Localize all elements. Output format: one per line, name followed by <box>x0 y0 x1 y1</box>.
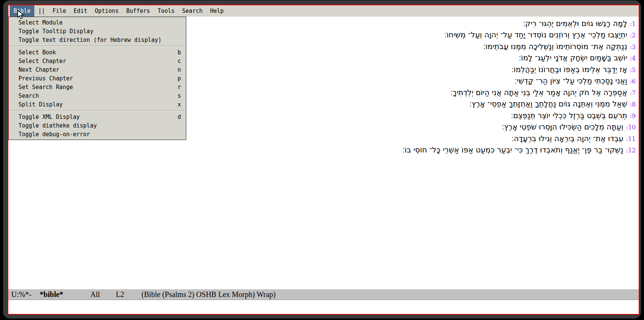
shortcut-key: d <box>178 114 181 120</box>
menu-item-set-search-range[interactable]: Set Search Range r <box>9 83 186 91</box>
menu-item-search[interactable]: Search s <box>9 91 186 100</box>
menu-item-toggle-debug-on-error[interactable]: Toggle debug-on-error <box>9 130 186 138</box>
menu-item-toggle-diatheke-display[interactable]: Toggle diatheke display <box>9 121 186 130</box>
shortcut-key: b <box>178 49 181 56</box>
menu-divider <box>9 110 186 111</box>
menu-edit[interactable]: Edit <box>70 5 91 17</box>
menu-item-select-module[interactable]: Select Module <box>9 18 186 27</box>
verse-text: תְּרֹעֵם בְּשֵׁבֶט בַּרְזֶל כִּכְלִי יוֹ… <box>511 111 627 120</box>
mouse-cursor-icon <box>17 10 26 21</box>
verse-text: אֲסַפְּרָה אֶל חֹק יְהוָה אָמַר אֵלַי בְ… <box>450 88 627 97</box>
menu-buffers[interactable]: Buffers <box>123 5 154 17</box>
verse-text: נַשְּׁקוּ־ בַר פֶּן־ יֶאֱנַף וְתֹאבְדוּ … <box>402 145 623 154</box>
menu-file[interactable]: File <box>49 5 70 17</box>
verse-text: אָז יְדַבֵּר אֵלֵימוֹ בְאַפּוֹ וּבַחֲרוֹ… <box>511 65 627 74</box>
verse-number: 4: <box>630 55 636 62</box>
menu-item-split-display[interactable]: Split Display x <box>9 100 186 109</box>
menu-tools[interactable]: Tools <box>154 5 178 17</box>
menu-item-toggle-tooltip-display[interactable]: Toggle Tooltip Display <box>9 27 186 35</box>
desktop: { "colors": { "frame_border": "#e60000",… <box>0 0 644 320</box>
shortcut-key: p <box>178 75 181 82</box>
modeline-buffer-name[interactable]: *bible* <box>40 290 63 299</box>
verse-text: לָמָּה רָגְשׁוּ גוֹיִם וּלְאֻמִּים יֶהְג… <box>523 19 627 28</box>
menu-help[interactable]: Help <box>206 5 227 17</box>
verse-line-12: 12:נַשְּׁקוּ־ בַר פֶּן־ יֶאֱנַף וְתֹאבְד… <box>8 145 636 156</box>
menu-divider <box>9 46 186 46</box>
verse-number: 10: <box>626 124 636 131</box>
mode-line: U:%*- *bible* All L2 (Bible (Psalms 2) O… <box>8 289 639 300</box>
verse-number: 1: <box>630 20 636 28</box>
verse-text: יִתְיַצְּבוּ מַלְכֵי־ אֶרֶץ וְרוֹזְנִים … <box>444 30 627 39</box>
shortcut-key: x <box>178 101 181 108</box>
menu-item-select-chapter[interactable]: Select Chapter c <box>9 57 186 65</box>
modeline-major-modes: (Bible (Psalms 2) OSHB Lex Morph) Wrap) <box>141 290 275 299</box>
verse-number: 12: <box>626 147 636 154</box>
verse-text: יוֹשֵׁב בַּשָּׁמַיִם יִשְׂחָק אֲדֹנָי יִ… <box>519 53 627 62</box>
menu-options[interactable]: Options <box>91 5 122 17</box>
verse-number: 3: <box>630 43 636 51</box>
verse-text: עִבְדוּ אֶת־ יְהוָה בְּיִרְאָה וְגִילוּ … <box>512 134 623 143</box>
menu-item-next-chapter[interactable]: Next Chapter n <box>9 65 186 74</box>
echo-area <box>8 300 639 314</box>
verse-number: 6: <box>630 78 636 85</box>
menu-item-select-book[interactable]: Select Book b <box>9 48 186 57</box>
menu-bar: Bible || File Edit Options Buffers Tools… <box>8 5 639 17</box>
menu-search[interactable]: Search <box>178 5 206 17</box>
emacs-frame: Bible || File Edit Options Buffers Tools… <box>8 5 639 315</box>
shortcut-key: s <box>178 92 181 99</box>
modeline-position: All <box>90 290 100 299</box>
menu-item-toggle-xml-display[interactable]: Toggle XML Display d <box>9 112 186 121</box>
verse-text: וַאֲנִי נָסַכְתִּי מַלְכִּי עַל־ צִיּוֹן… <box>515 76 627 85</box>
verse-number: 8: <box>630 101 636 108</box>
verse-text: שְׁאַל מִמֶּנִּי וְאֶתְּנָה גוֹיִם נַחֲל… <box>469 99 627 108</box>
menu-item-previous-chapter[interactable]: Previous Chapter p <box>9 74 186 83</box>
shortcut-key: n <box>178 66 181 73</box>
shortcut-key: c <box>178 58 181 65</box>
verse-text: נְנַתְּקָה אֶת־ מוֹסְרוֹתֵימוֹ וְנַשְׁלִ… <box>483 42 627 51</box>
bible-dropdown-menu: Select Module Toggle Tooltip Display Tog… <box>8 17 186 140</box>
verse-number: 7: <box>630 89 636 97</box>
verse-number: 5: <box>630 66 636 74</box>
verse-number: 2: <box>630 32 636 39</box>
modeline-flags: U:%*- <box>11 290 31 299</box>
menu-separator-item[interactable]: || <box>34 5 49 17</box>
verse-text: וְעַתָּה מְלָכִים הַשְׂכִּילוּ הִוָּסְרו… <box>502 122 623 131</box>
shortcut-key: r <box>178 84 181 91</box>
verse-number: 9: <box>630 112 636 120</box>
menu-item-toggle-text-direction[interactable]: Toggle text direction (for Hebrew displa… <box>9 35 186 44</box>
modeline-line-number: L2 <box>116 290 124 299</box>
verse-number: 11: <box>626 135 636 143</box>
